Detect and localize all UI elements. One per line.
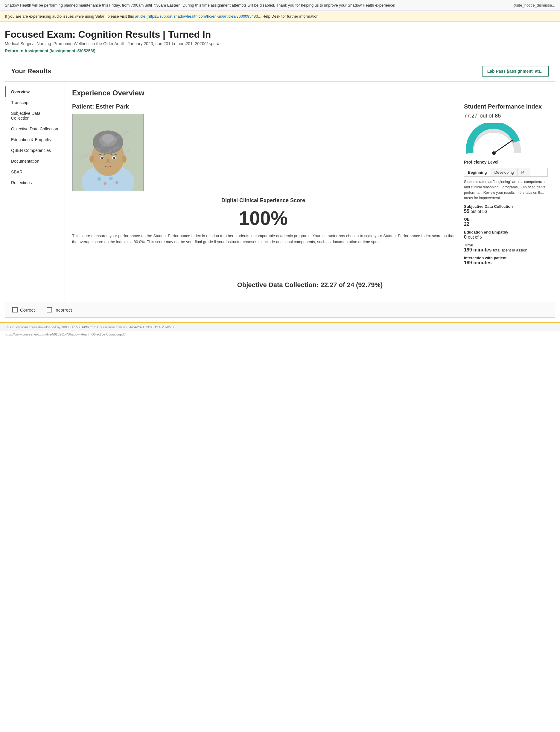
svg-point-9 <box>101 157 104 159</box>
lab-pass-button[interactable]: Lab Pass (/assignment_att... <box>482 66 549 77</box>
dce-score-label: Digital Clinical Experience Score <box>72 197 454 204</box>
score-breakdown: Subjective Data Collection 55 out of 56 … <box>464 204 548 266</box>
spi-score: 77.27 out of 85 <box>464 110 548 120</box>
overview-heading: Experience Overview <box>72 89 548 97</box>
footer-bar: This study source was downloaded by 1000… <box>0 322 560 331</box>
audio-article-link[interactable]: article (https://support.shadowhealth.co… <box>135 14 261 19</box>
sidebar-item-subjective[interactable]: Subjective Data Collection <box>5 108 65 124</box>
results-body: Overview Transcript Subjective Data Coll… <box>5 82 555 302</box>
dce-score: 100% <box>72 207 454 229</box>
prof-tab-developing[interactable]: Developing <box>491 168 518 177</box>
results-heading: Your Results <box>11 67 51 75</box>
footer-url: https://www.coursehero.com/file/56162514… <box>0 331 560 337</box>
page-title: Focused Exam: Cognition Results | Turned… <box>5 29 555 40</box>
score-row-subjective: Subjective Data Collection 55 out of 56 <box>464 204 548 214</box>
return-link[interactable]: Return to Assignment (/assignments/30525… <box>5 48 95 53</box>
filter-incorrect[interactable]: Incorrect <box>47 307 72 313</box>
sidebar-item-objective[interactable]: Objective Data Collection <box>5 124 65 134</box>
patient-image-container: This study resource wasshared viaCourseH… <box>72 114 144 191</box>
sidebar-item-transcript[interactable]: Transcript <box>5 97 65 108</box>
prof-tab-p[interactable]: P... <box>518 168 530 177</box>
maintenance-text: Shadow Health will be performing planned… <box>5 3 395 7</box>
sidebar-item-documentation[interactable]: Documentation <box>5 156 65 167</box>
gauge-container <box>464 123 524 156</box>
filter-correct[interactable]: Correct <box>12 307 35 313</box>
score-row-objective: Ob... 22 <box>464 217 548 227</box>
filter-bar: Correct Incorrect <box>5 302 555 317</box>
audio-notice: If you are are experiencing audio issues… <box>0 11 560 22</box>
main-content: Experience Overview Patient: Esther Park <box>65 82 555 302</box>
sidebar-item-overview[interactable]: Overview <box>5 86 65 97</box>
proficiency-description: Students rated as "beginning" are s... c… <box>464 179 548 201</box>
svg-point-15 <box>98 177 101 181</box>
svg-point-20 <box>492 151 496 155</box>
incorrect-checkbox[interactable] <box>47 307 52 313</box>
sidebar-item-qsen[interactable]: QSEN Competencies <box>5 145 65 156</box>
prof-tab-beginning[interactable]: Beginning <box>464 168 491 177</box>
svg-point-10 <box>113 157 115 159</box>
dce-score-section: Digital Clinical Experience Score 100% T… <box>72 197 454 245</box>
footer-source-text: This study source was downloaded by 1000… <box>5 325 176 329</box>
spi-heading: Student Performance Index <box>464 103 548 110</box>
score-row-education: Education and Empathy 0 out of 5 <box>464 230 548 240</box>
score-row-time: Time 199 minutes total spent in assign..… <box>464 243 548 253</box>
dce-description: This score measures your performance on … <box>72 233 454 245</box>
incorrect-label: Incorrect <box>54 308 72 313</box>
svg-point-14 <box>123 161 125 163</box>
objective-heading: Objective Data Collection: 22.27 of 24 (… <box>72 281 548 289</box>
results-section: Your Results Lab Pass (/assignment_att..… <box>5 61 555 318</box>
audio-notice-suffix: Help Desk for further information. <box>262 14 319 19</box>
sidebar-item-reflections[interactable]: Reflections <box>5 177 65 188</box>
proficiency-tabs: Beginning Developing P... <box>464 168 548 177</box>
page-header: Focused Exam: Cognition Results | Turned… <box>0 22 560 56</box>
patient-avatar-svg <box>73 114 143 191</box>
svg-point-17 <box>109 177 113 180</box>
correct-label: Correct <box>20 308 35 313</box>
svg-point-16 <box>104 182 106 185</box>
overview-grid: Patient: Esther Park <box>72 103 548 269</box>
results-header: Your Results Lab Pass (/assignment_att..… <box>5 61 555 82</box>
dismiss-link[interactable]: (/site_notice_dismissa... <box>514 3 555 7</box>
score-row-interaction: Interaction with patient 199 minutes <box>464 256 548 266</box>
gauge-svg <box>464 123 524 156</box>
svg-point-13 <box>91 161 93 163</box>
patient-name: Patient: Esther Park <box>72 103 454 110</box>
patient-section: Patient: Esther Park <box>72 103 454 269</box>
page-subtitle: Medical Surgical Nursing: Promoting Well… <box>5 41 555 46</box>
svg-line-19 <box>494 140 513 153</box>
sidebar-item-sbar[interactable]: SBAR <box>5 167 65 177</box>
audio-notice-text: If you are are experiencing audio issues… <box>5 14 134 19</box>
performance-section: Student Performance Index 77.27 out of 8… <box>464 103 548 269</box>
sidebar-item-education[interactable]: Education & Empathy <box>5 134 65 145</box>
proficiency-level-label: Proficiency Level <box>464 160 548 165</box>
sidebar: Overview Transcript Subjective Data Coll… <box>5 82 65 302</box>
svg-point-18 <box>115 181 118 184</box>
svg-point-6 <box>102 134 114 143</box>
maintenance-notice: Shadow Health will be performing planned… <box>0 0 560 11</box>
correct-checkbox[interactable] <box>12 307 18 313</box>
